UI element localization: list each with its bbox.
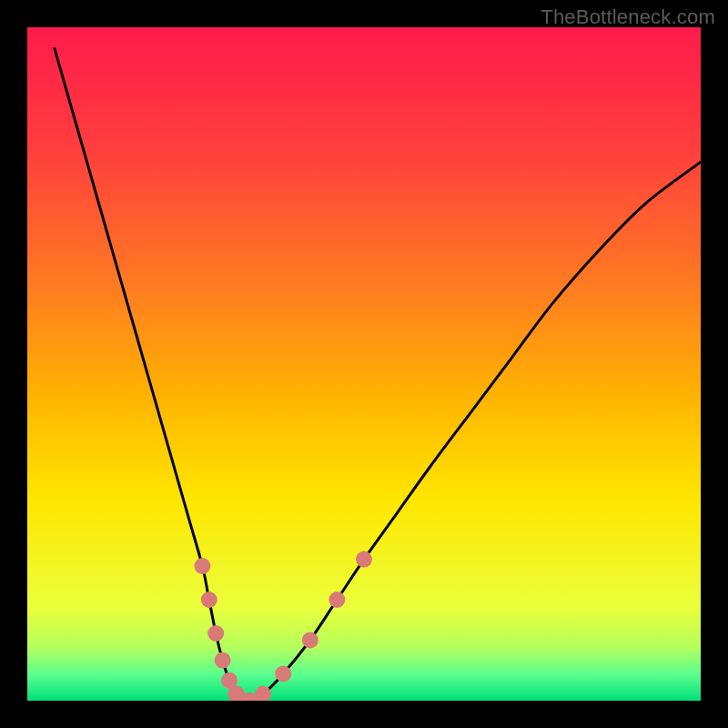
chart-stage: TheBottleneck.com — [0, 0, 728, 728]
curve-path — [55, 47, 701, 701]
marker-left — [201, 592, 217, 608]
marker-left — [194, 558, 210, 574]
marker-left — [215, 652, 231, 669]
bottleneck-curve — [27, 27, 701, 701]
plot-area — [27, 27, 701, 701]
marker-left — [207, 625, 224, 642]
marker-right — [329, 592, 345, 608]
marker-right — [275, 665, 291, 682]
marker-right — [356, 551, 372, 568]
watermark-text: TheBottleneck.com — [541, 5, 715, 29]
marker-right — [302, 632, 318, 648]
